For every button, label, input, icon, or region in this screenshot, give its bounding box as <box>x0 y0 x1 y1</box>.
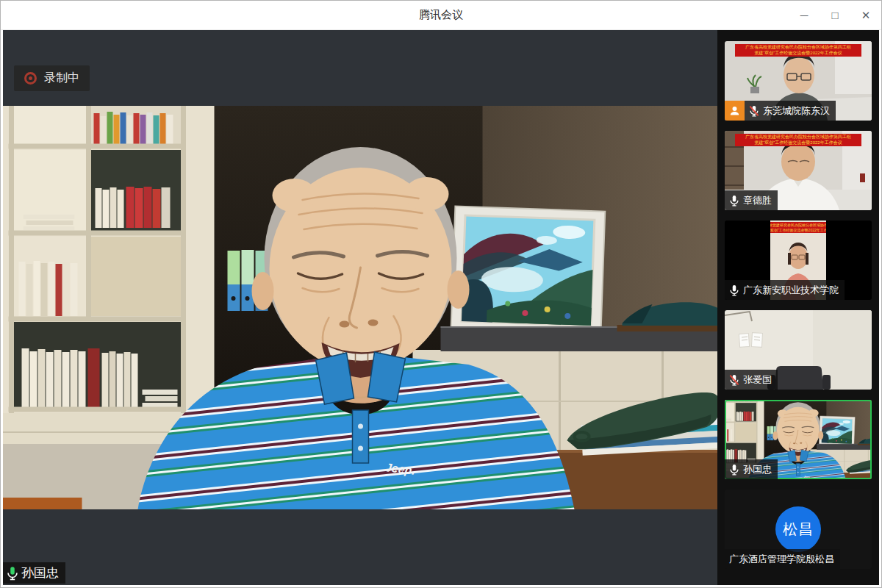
mic-muted-icon <box>747 104 761 118</box>
participant-2-name: 章德胜 <box>741 194 772 207</box>
participant-6-label: 广东酒店管理学院殷松昌 <box>725 549 840 569</box>
active-speaker-name: 孙国忠 <box>21 564 59 581</box>
participant-thumb-5-active[interactable]: 孙国忠 <box>725 400 872 479</box>
window-controls: ─ □ ✕ <box>789 1 881 30</box>
maximize-button[interactable]: □ <box>820 1 850 30</box>
banner-line2: 党建“双创”工作经验交流会暨2022年工作会议 <box>736 140 860 146</box>
participant-4-name: 张爱国 <box>741 373 772 387</box>
banner-line2: 党建“双创”工作经验交流会暨2022年工作会议 <box>736 51 860 57</box>
host-badge-icon <box>725 101 745 121</box>
meeting-window: 腾讯会议 ─ □ ✕ 录制中 孙国忠 <box>0 0 882 588</box>
recording-label: 录制中 <box>44 71 79 86</box>
meeting-banner-partial: 广东省高校党建研究会民办院校分会区域协作第四工组 党建“双创”工作经验交流会暨2… <box>770 222 826 233</box>
mic-on-icon <box>728 194 741 207</box>
meeting-banner: 广东省高校党建研究会民办院校分会区域协作第四工组 党建“双创”工作经验交流会暨2… <box>735 44 861 57</box>
participant-thumb-3[interactable]: 广东省高校党建研究会民办院校分会区域协作第四工组 党建“双创”工作经验交流会暨2… <box>725 220 872 300</box>
title-bar: 腾讯会议 ─ □ ✕ <box>1 1 881 30</box>
mic-muted-icon <box>728 373 741 387</box>
participant-5-name: 孙国忠 <box>741 463 772 476</box>
main-stage: 录制中 孙国忠 <box>3 30 717 585</box>
microphone-active-icon <box>4 565 21 581</box>
window-title: 腾讯会议 <box>1 8 881 22</box>
participant-1-label: 东莞城院陈东汉 <box>725 101 836 121</box>
recording-indicator[interactable]: 录制中 <box>14 65 90 91</box>
recording-dot-icon <box>24 72 37 85</box>
participant-thumb-1[interactable]: 广东省高校党建研究会民办院校分会区域协作第四工组 党建“双创”工作经验交流会暨2… <box>725 41 872 121</box>
participant-4-label: 张爱国 <box>725 370 778 390</box>
banner-line1: 广东省高校党建研究会民办院校分会区域协作第四工组 <box>736 45 860 51</box>
meeting-content: 录制中 孙国忠 <box>1 30 881 587</box>
mic-on-icon <box>728 284 741 297</box>
participant-5-label: 孙国忠 <box>725 459 778 479</box>
minimize-button[interactable]: ─ <box>789 1 820 30</box>
avatar: 松昌 <box>775 506 821 552</box>
participant-thumb-4[interactable]: 张爱国 <box>725 310 872 390</box>
meeting-banner: 广东省高校党建研究会民办院校分会区域协作第四工组 党建“双创”工作经验交流会暨2… <box>735 134 861 146</box>
close-button[interactable]: ✕ <box>850 1 881 30</box>
participants-sidebar: 广东省高校党建研究会民办院校分会区域协作第四工组 党建“双创”工作经验交流会暨2… <box>717 30 879 585</box>
banner-line1: 广东省高校党建研究会民办院校分会区域协作第四工组 <box>736 135 860 140</box>
participant-2-label: 章德胜 <box>725 190 778 210</box>
banner-line1: 广东省高校党建研究会民办院校分会区域协作第四工组 <box>770 223 826 228</box>
participant-3-label: 广东新安职业技术学院 <box>725 280 845 300</box>
participant-thumb-6[interactable]: 松昌 广东酒店管理学院殷松昌 <box>725 490 872 569</box>
participant-3-name: 广东新安职业技术学院 <box>741 284 839 297</box>
main-video <box>3 106 717 509</box>
active-speaker-label: 孙国忠 <box>3 562 65 584</box>
participant-1-name: 东莞城院陈东汉 <box>761 104 830 118</box>
participant-6-name: 广东酒店管理学院殷松昌 <box>725 553 834 566</box>
banner-line2: 党建“双创”工作经验交流会暨2022年工作会议 <box>770 228 826 233</box>
participant-thumb-2[interactable]: 广东省高校党建研究会民办院校分会区域协作第四工组 党建“双创”工作经验交流会暨2… <box>725 131 872 210</box>
mic-on-icon <box>728 463 741 476</box>
